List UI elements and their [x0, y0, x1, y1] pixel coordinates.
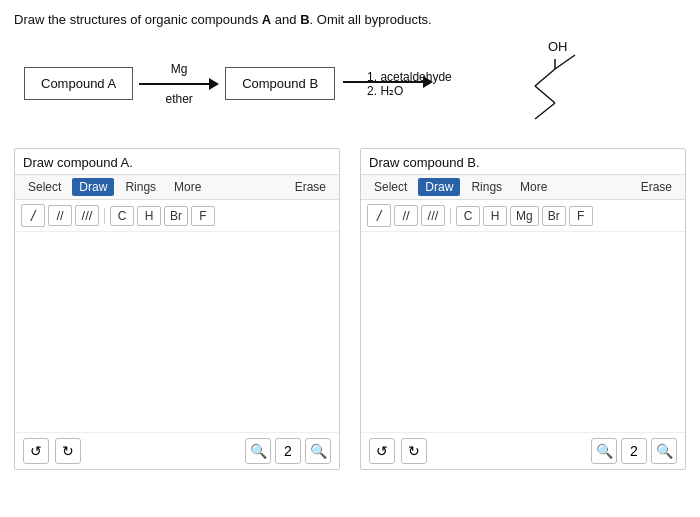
- tool-b-single-bond[interactable]: /: [367, 204, 391, 227]
- tool-b-triple-bond[interactable]: ///: [421, 205, 445, 226]
- undo-icon-a: ↺: [30, 443, 42, 459]
- tab-b-more[interactable]: More: [513, 178, 554, 196]
- atom-a-f[interactable]: F: [191, 206, 215, 226]
- tool-a-double-bond[interactable]: //: [48, 205, 72, 226]
- panel-a-footer: ↺ ↻ 🔍 2 🔍: [15, 432, 339, 469]
- zoom-in-icon-a: 🔍: [250, 443, 267, 459]
- panel-a-toolbar: Select Draw Rings More Erase: [15, 174, 339, 200]
- reagent-labels: 1. acetaldehyde 2. H₂O: [367, 70, 452, 98]
- tab-b-rings[interactable]: Rings: [464, 178, 509, 196]
- tool-a-single-bond[interactable]: /: [21, 204, 45, 227]
- compound-a-box: Compound A: [24, 67, 133, 100]
- atom-b-c[interactable]: C: [456, 206, 480, 226]
- undo-btn-b[interactable]: ↺: [369, 438, 395, 464]
- tool-sep-a1: [104, 208, 105, 224]
- atom-b-mg[interactable]: Mg: [510, 206, 539, 226]
- svg-text:OH: OH: [548, 41, 568, 54]
- tab-a-erase[interactable]: Erase: [288, 178, 333, 196]
- undo-btn-a[interactable]: ↺: [23, 438, 49, 464]
- zoom-out-btn-a[interactable]: 🔍: [305, 438, 331, 464]
- tab-a-more[interactable]: More: [167, 178, 208, 196]
- zoom-out-btn-b[interactable]: 🔍: [651, 438, 677, 464]
- panel-b-toolbar: Select Draw Rings More Erase: [361, 174, 685, 200]
- svg-line-4: [535, 103, 555, 119]
- svg-line-5: [555, 55, 575, 69]
- reaction-scheme: Compound A Mg ether Compound B 1. acetal…: [14, 41, 686, 126]
- tab-b-erase[interactable]: Erase: [634, 178, 679, 196]
- panel-b-canvas[interactable]: [361, 232, 685, 432]
- compound-b-box: Compound B: [225, 67, 335, 100]
- tab-a-rings[interactable]: Rings: [118, 178, 163, 196]
- atom-a-br[interactable]: Br: [164, 206, 188, 226]
- panel-b-title: Draw compound B.: [361, 149, 685, 174]
- zoom-reset-icon-a: 2: [284, 443, 292, 459]
- panel-b-draw-tools: / // /// C H Mg Br F: [361, 200, 685, 232]
- arrow-label-mg: Mg: [171, 62, 188, 76]
- atom-b-f[interactable]: F: [569, 206, 593, 226]
- panel-b-footer-right: 🔍 2 🔍: [591, 438, 677, 464]
- atom-a-h[interactable]: H: [137, 206, 161, 226]
- panel-a-footer-right: 🔍 2 🔍: [245, 438, 331, 464]
- panel-b-footer: ↺ ↻ 🔍 2 🔍: [361, 432, 685, 469]
- compound-a-label: Compound A: [41, 76, 116, 91]
- svg-line-2: [535, 69, 555, 86]
- draw-panel-b: Draw compound B. Select Draw Rings More …: [360, 148, 686, 470]
- tab-a-select[interactable]: Select: [21, 178, 68, 196]
- tab-b-draw[interactable]: Draw: [418, 178, 460, 196]
- compound-b-label: Compound B: [242, 76, 318, 91]
- panel-a-canvas[interactable]: [15, 232, 339, 432]
- tool-b-double-bond[interactable]: //: [394, 205, 418, 226]
- zoom-reset-btn-a[interactable]: 2: [275, 438, 301, 464]
- undo-icon-b: ↺: [376, 443, 388, 459]
- draw-panels: Draw compound A. Select Draw Rings More …: [14, 148, 686, 470]
- zoom-reset-icon-b: 2: [630, 443, 638, 459]
- zoom-in-icon-b: 🔍: [596, 443, 613, 459]
- redo-icon-a: ↻: [62, 443, 74, 459]
- zoom-out-icon-a: 🔍: [310, 443, 327, 459]
- panel-a-draw-tools: / // /// C H Br F: [15, 200, 339, 232]
- tool-a-triple-bond[interactable]: ///: [75, 205, 99, 226]
- atom-b-br[interactable]: Br: [542, 206, 566, 226]
- atom-a-c[interactable]: C: [110, 206, 134, 226]
- redo-btn-a[interactable]: ↻: [55, 438, 81, 464]
- product-structure: OH: [480, 41, 590, 126]
- redo-icon-b: ↻: [408, 443, 420, 459]
- tool-sep-b1: [450, 208, 451, 224]
- arrow-shaft: [139, 83, 209, 85]
- draw-panel-a: Draw compound A. Select Draw Rings More …: [14, 148, 340, 470]
- redo-btn-b[interactable]: ↻: [401, 438, 427, 464]
- zoom-out-icon-b: 🔍: [656, 443, 673, 459]
- reagent-1: 1. acetaldehyde: [367, 70, 452, 84]
- svg-line-3: [535, 86, 555, 103]
- zoom-in-btn-a[interactable]: 🔍: [245, 438, 271, 464]
- tab-a-draw[interactable]: Draw: [72, 178, 114, 196]
- arrow-head: [209, 78, 219, 90]
- zoom-reset-btn-b[interactable]: 2: [621, 438, 647, 464]
- panel-a-title: Draw compound A.: [15, 149, 339, 174]
- panel-a-footer-left: ↺ ↻: [23, 438, 81, 464]
- product-svg: OH: [480, 41, 590, 126]
- problem-statement: Draw the structures of organic compounds…: [14, 12, 686, 27]
- atom-b-h[interactable]: H: [483, 206, 507, 226]
- arrow-label-ether: ether: [165, 92, 192, 106]
- reagent-2: 2. H₂O: [367, 84, 452, 98]
- zoom-in-btn-b[interactable]: 🔍: [591, 438, 617, 464]
- reagent-arrow-1: Mg ether: [139, 62, 219, 106]
- panel-b-footer-left: ↺ ↻: [369, 438, 427, 464]
- tab-b-select[interactable]: Select: [367, 178, 414, 196]
